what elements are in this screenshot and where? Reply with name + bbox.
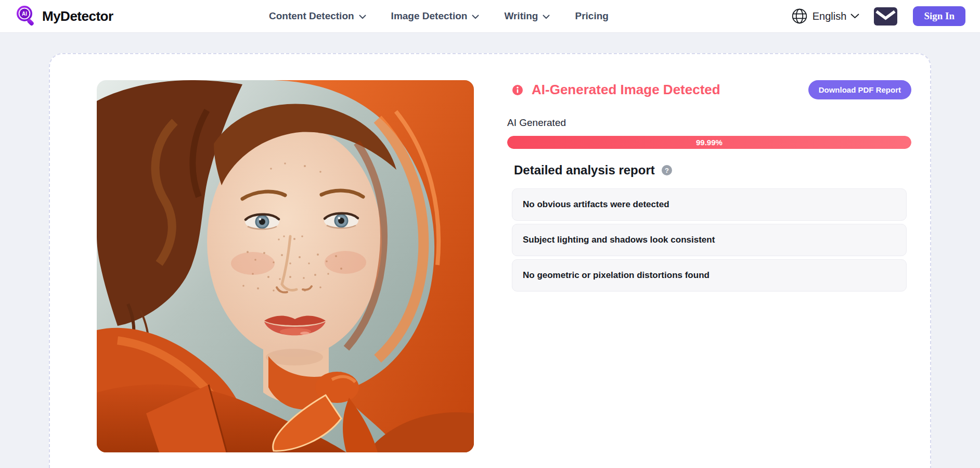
brand-name: MyDetector [42,8,113,24]
nav-item-writing[interactable]: Writing [504,10,550,22]
chevron-down-icon [472,10,479,22]
language-selector[interactable]: English [791,7,860,25]
portrait-image [97,80,474,452]
language-label: English [813,10,847,22]
nav-label: Writing [504,10,538,22]
question-icon[interactable]: ? [662,165,672,175]
navbar: AI MyDetector Content Detection Image De… [0,0,980,33]
mail-icon[interactable] [874,7,897,26]
nav-label: Image Detection [391,10,468,22]
report-item: No geometric or pixelation distortions f… [512,259,907,292]
ai-score-progress-bar: 99.99% [507,136,911,149]
svg-text:AI: AI [22,11,27,17]
sign-in-button[interactable]: Sign In [913,6,965,26]
report-list: No obvious artifacts were detected Subje… [507,188,911,292]
download-pdf-report-button[interactable]: Download PDF Report [808,80,911,99]
svg-text:?: ? [665,167,669,174]
report-item: No obvious artifacts were detected [512,188,907,221]
report-item: Subject lighting and shadows look consis… [512,224,907,256]
chevron-down-icon [543,10,550,22]
chevron-down-icon [850,14,859,19]
analyzed-image [97,80,474,452]
globe-icon [791,7,808,25]
score-label: AI Generated [507,117,911,129]
ai-progress-fill: 99.99% [507,136,911,149]
main-nav: Content Detection Image Detection Writin… [269,0,609,32]
report-heading: Detailed analysis report [514,163,655,178]
nav-item-pricing[interactable]: Pricing [575,10,608,22]
detection-result-panel: AI-Generated Image Detected Download PDF… [507,80,911,468]
nav-item-image-detection[interactable]: Image Detection [391,10,480,22]
ai-magnifier-logo-icon: AI [15,4,37,28]
result-title: AI-Generated Image Detected [532,82,720,98]
nav-item-content-detection[interactable]: Content Detection [269,10,366,22]
info-icon [512,85,523,95]
result-card: AI-Generated Image Detected Download PDF… [49,53,931,468]
ai-score-value: 99.99% [696,138,723,147]
brand-logo[interactable]: AI MyDetector [15,4,113,28]
chevron-down-icon [359,10,366,22]
nav-label: Content Detection [269,10,354,22]
report-heading-row: Detailed analysis report ? [507,163,911,178]
nav-label: Pricing [575,10,608,22]
result-header: AI-Generated Image Detected Download PDF… [507,80,911,99]
navbar-right: English Sign In [791,6,965,26]
